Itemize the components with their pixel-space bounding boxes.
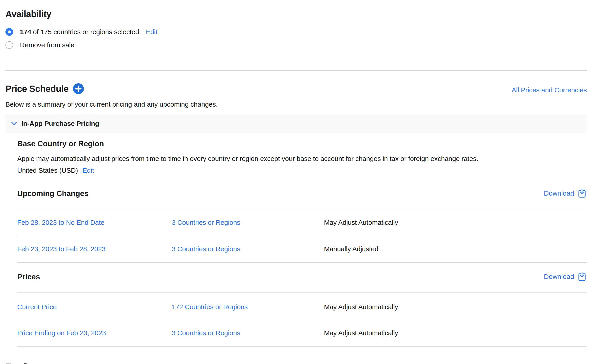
clipped-next-section-mark bbox=[6, 363, 11, 364]
prices-download-link[interactable]: Download bbox=[544, 271, 587, 282]
selected-count: 174 bbox=[20, 28, 31, 36]
change-period-link[interactable]: Feb 28, 2023 to No End Date bbox=[17, 218, 104, 227]
base-country-description: Apple may automatically adjust prices fr… bbox=[17, 154, 478, 163]
change-countries-link[interactable]: 3 Countries or Regions bbox=[172, 218, 240, 227]
availability-title: Availability bbox=[5, 9, 51, 19]
change-countries-link[interactable]: 3 Countries or Regions bbox=[172, 245, 240, 253]
plus-icon bbox=[73, 83, 84, 94]
in-app-purchase-pricing-group-header[interactable]: In-App Purchase Pricing bbox=[5, 114, 587, 133]
group-header-label: In-App Purchase Pricing bbox=[21, 120, 99, 127]
upcoming-changes-title: Upcoming Changes bbox=[17, 188, 88, 198]
table-divider bbox=[17, 209, 587, 209]
table-divider bbox=[17, 292, 587, 293]
radio-unselected-icon[interactable] bbox=[5, 41, 13, 49]
base-country-edit-link[interactable]: Edit bbox=[82, 166, 94, 175]
price-schedule-subtitle: Below is a summary of your current prici… bbox=[5, 100, 218, 109]
change-status: Manually Adjusted bbox=[324, 245, 378, 253]
download-icon bbox=[577, 188, 587, 198]
base-country-value: United States (USD) bbox=[17, 166, 78, 175]
radio-selected-icon[interactable] bbox=[5, 28, 13, 36]
download-label: Download bbox=[544, 189, 574, 197]
table-divider bbox=[17, 262, 587, 263]
price-row: Price Ending on Feb 23, 2023 3 Countries… bbox=[17, 329, 587, 337]
price-countries-link[interactable]: 3 Countries or Regions bbox=[172, 329, 240, 337]
price-status: May Adjust Automatically bbox=[324, 303, 398, 311]
prices-title: Prices bbox=[17, 272, 40, 282]
availability-edit-link[interactable]: Edit bbox=[146, 28, 157, 36]
price-schedule-title: Price Schedule bbox=[5, 83, 68, 94]
change-period-link[interactable]: Feb 23, 2023 to Feb 28, 2023 bbox=[17, 245, 106, 253]
availability-selected-label: 174 of 175 countries or regions selected… bbox=[20, 28, 141, 36]
availability-option-selected[interactable]: 174 of 175 countries or regions selected… bbox=[5, 27, 157, 36]
upcoming-change-row: Feb 28, 2023 to No End Date 3 Countries … bbox=[17, 218, 587, 227]
in-app-purchase-pricing-page: Availability 174 of 175 countries or reg… bbox=[0, 0, 604, 364]
price-status: May Adjust Automatically bbox=[324, 329, 398, 337]
remove-from-sale-label: Remove from sale bbox=[20, 41, 74, 49]
change-status: May Adjust Automatically bbox=[324, 218, 398, 227]
availability-option-remove[interactable]: Remove from sale bbox=[5, 40, 74, 49]
upcoming-change-row: Feb 23, 2023 to Feb 28, 2023 3 Countries… bbox=[17, 245, 587, 253]
price-period-link[interactable]: Price Ending on Feb 23, 2023 bbox=[17, 329, 106, 337]
base-country-title: Base Country or Region bbox=[17, 139, 104, 148]
price-row: Current Price 172 Countries or Regions M… bbox=[17, 303, 587, 311]
table-divider bbox=[17, 346, 587, 347]
add-price-button[interactable] bbox=[73, 83, 84, 94]
base-country-value-row: United States (USD) Edit bbox=[17, 166, 94, 175]
all-prices-and-currencies-link[interactable]: All Prices and Currencies bbox=[512, 86, 587, 94]
download-label: Download bbox=[544, 273, 574, 280]
upcoming-changes-download-link[interactable]: Download bbox=[544, 188, 587, 198]
download-icon bbox=[577, 271, 587, 282]
price-period-link[interactable]: Current Price bbox=[17, 303, 57, 311]
table-divider bbox=[17, 320, 587, 320]
table-divider bbox=[17, 236, 587, 236]
selected-count-text: of 175 countries or regions selected. bbox=[31, 28, 141, 36]
availability-divider bbox=[5, 70, 587, 71]
price-countries-link[interactable]: 172 Countries or Regions bbox=[172, 303, 248, 311]
clipped-next-section-mark bbox=[24, 363, 26, 364]
chevron-down-icon bbox=[11, 121, 17, 126]
